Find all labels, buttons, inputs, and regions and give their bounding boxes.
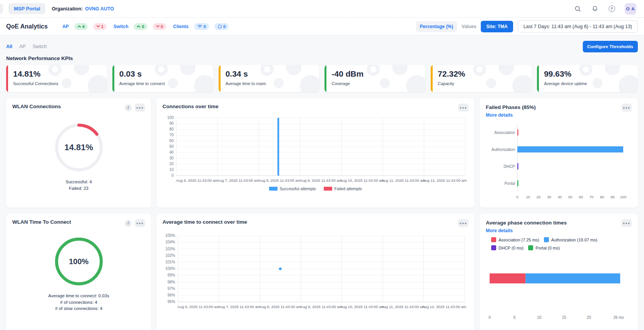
svg-text:90: 90: [611, 195, 615, 199]
annotation-avg-time: Average time to connect: 0.03s: [12, 293, 145, 299]
legend-label: Failed attempts: [335, 186, 362, 191]
clients-roaming-badge: 0: [214, 23, 229, 30]
card-title: Average time to connect over time: [162, 219, 247, 225]
ap-up-count: 4: [82, 24, 85, 29]
svg-text:Aug 10, 2025 11:43:00 am: Aug 10, 2025 11:43:00 am: [340, 305, 385, 309]
svg-text:103%: 103%: [165, 247, 175, 251]
svg-text:30: 30: [169, 156, 174, 160]
svg-text:80: 80: [600, 195, 604, 199]
configure-thresholds-button[interactable]: Configure Thresholds: [583, 41, 638, 52]
svg-text:20: 20: [587, 315, 591, 320]
svg-text:80: 80: [169, 127, 174, 131]
donut-annotations: Successful: 4 Failed: 23: [12, 179, 145, 191]
card-title: Connections over time: [162, 104, 219, 109]
more-options-icon[interactable]: ●●●: [135, 219, 145, 227]
search-icon[interactable]: [574, 5, 582, 13]
more-options-icon[interactable]: ●●●: [621, 219, 632, 227]
more-details-link[interactable]: More details: [486, 228, 567, 233]
ap-down-badge: 1: [93, 23, 107, 30]
kpi-accent-bar: [219, 65, 221, 92]
kpi-accent-bar: [325, 65, 326, 92]
help-icon[interactable]: ?: [608, 5, 616, 13]
svg-text:0: 0: [171, 173, 174, 178]
menu-button-partial[interactable]: [0, 4, 3, 14]
svg-text:97%: 97%: [167, 286, 175, 291]
kpi-section-title: Network Performance KPIs: [6, 55, 638, 61]
legend-item: Failed attempts: [324, 186, 362, 191]
kpi-accent-bar: [112, 65, 114, 92]
legend-item: DHCP (0 ms): [491, 245, 524, 250]
card-title: WLAN Time To Connect: [12, 219, 71, 225]
svg-text:20: 20: [537, 195, 541, 199]
chart-legend: Successful attemptsFailed attempts: [162, 186, 468, 191]
chevron-up-icon: [77, 25, 81, 28]
svg-text:60: 60: [169, 139, 174, 143]
legend-item: Successful attempts: [269, 186, 316, 191]
organization-link[interactable]: OVNG AUTO: [85, 6, 114, 12]
annotation-successful: Successful: 4: [12, 179, 145, 185]
svg-text:101%: 101%: [165, 260, 175, 264]
more-options-icon[interactable]: ●●●: [458, 104, 468, 112]
toggle-values[interactable]: Values: [462, 24, 476, 29]
kpi-card-avg-time-to-roam: 0.34 s Average time to roam: [219, 65, 319, 92]
more-options-icon[interactable]: ●●●: [135, 104, 145, 112]
chevron-up-icon: [137, 25, 141, 28]
avatar[interactable]: O A: [625, 3, 636, 15]
legend-item: Association (7.25 ms): [491, 237, 539, 242]
svg-text:Aug 10, 2025 11:43:00 am: Aug 10, 2025 11:43:00 am: [340, 178, 384, 183]
avg-time-to-connect-card: Average time to connect over time ●●● 95…: [156, 214, 475, 330]
svg-text:96%: 96%: [167, 293, 175, 297]
svg-text:15: 15: [562, 315, 567, 320]
more-options-icon[interactable]: ●●●: [458, 219, 468, 227]
wlan-connections-donut: 14.81%: [53, 122, 105, 173]
svg-text:0: 0: [488, 315, 491, 320]
svg-text:10: 10: [169, 168, 174, 172]
svg-text:Aug 11, 2025 11:43:00 am: Aug 11, 2025 11:43:00 am: [381, 305, 425, 309]
kpi-accent-bar: [537, 65, 539, 92]
svg-text:102%: 102%: [165, 253, 175, 258]
toggle-percentage[interactable]: Percentage (%): [416, 21, 457, 32]
tab-all[interactable]: All: [6, 42, 12, 51]
card-title: Average phase connection times: [486, 220, 567, 226]
more-options-icon[interactable]: ●●●: [621, 104, 632, 112]
svg-text:100: 100: [167, 116, 174, 120]
msp-portal-button[interactable]: MSP Portal: [8, 3, 45, 14]
legend-label: Successful attempts: [280, 186, 316, 191]
ap-up-badge: 4: [74, 23, 88, 30]
date-range-picker[interactable]: Last 7 Days: 11:43 am (Aug 6) - 11:43 am…: [518, 20, 638, 33]
notifications-bell-icon[interactable]: [591, 5, 599, 13]
svg-text:Aug 7, 2025 11:43:00 am: Aug 7, 2025 11:43:00 am: [217, 178, 259, 183]
info-icon[interactable]: i: [125, 104, 132, 111]
legend-item: Portal (0 ms): [528, 245, 560, 250]
svg-text:Aug 12, 2025 11:43:00 am: Aug 12, 2025 11:43:00 am: [422, 305, 466, 309]
site-selector-button[interactable]: Site: TMA: [481, 21, 513, 32]
wlan-connections-card: WLAN Connections i ●●● 14.81% Successful…: [6, 98, 151, 208]
svg-text:70: 70: [589, 195, 594, 199]
more-details-link[interactable]: More details: [486, 112, 536, 118]
kpi-row: 14.81% Successful Connections 0.03 s Ave…: [6, 65, 638, 92]
svg-text:Aug 12, 2025 11:43:00 am: Aug 12, 2025 11:43:00 am: [423, 178, 467, 183]
chevron-down-icon: [96, 25, 100, 28]
legend-label: Portal (0 ms): [535, 246, 560, 250]
main-content: All AP Switch Configure Thresholds Netwo…: [0, 35, 644, 330]
annotation-connections: # of connections: 4: [12, 299, 145, 306]
svg-text:Aug 8, 2025 11:43:00 am: Aug 8, 2025 11:43:00 am: [259, 178, 301, 183]
svg-text:20: 20: [169, 162, 174, 166]
legend-swatch: [491, 245, 496, 250]
tab-switch[interactable]: Switch: [33, 42, 47, 51]
page-title: QoE Analytics: [6, 23, 48, 30]
info-icon[interactable]: i: [125, 220, 132, 227]
ap-label: AP: [62, 24, 69, 29]
svg-text:Aug 11, 2025 11:43:00 am: Aug 11, 2025 11:43:00 am: [381, 178, 425, 183]
svg-text:105%: 105%: [165, 233, 175, 238]
legend-swatch: [491, 237, 496, 242]
top-bar: MSP Portal Organization: OVNG AUTO ? O A: [0, 0, 644, 18]
clients-wifi-badge: 0: [194, 23, 209, 30]
avg-time-to-connect-chart: 95%96%97%98%99%100%101%102%103%104%105%A…: [162, 233, 468, 312]
tab-ap[interactable]: AP: [19, 42, 26, 51]
roaming-icon: [217, 24, 222, 29]
legend-label: Association (7.25 ms): [498, 238, 539, 242]
kpi-card-coverage: -40 dBm Coverage: [325, 65, 425, 92]
svg-text:10: 10: [526, 195, 530, 199]
svg-text:104%: 104%: [165, 240, 175, 244]
